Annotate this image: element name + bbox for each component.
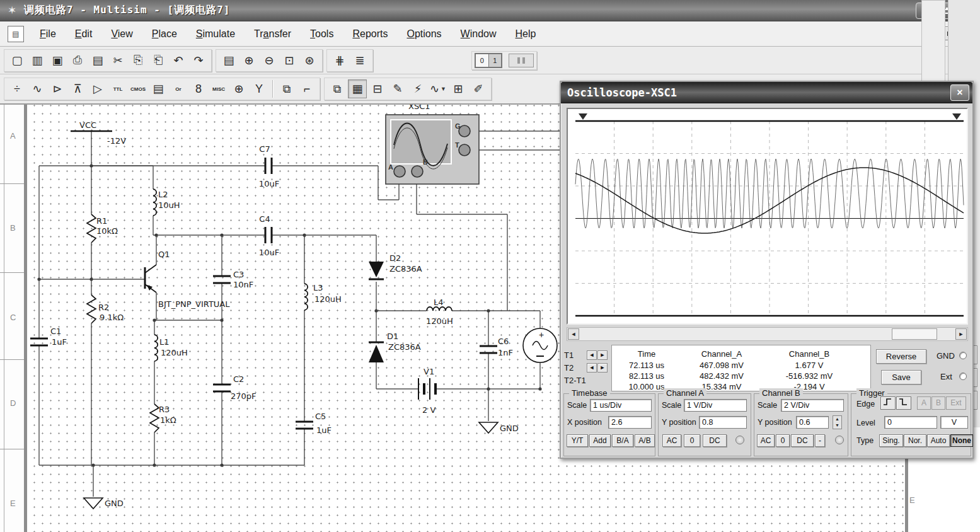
menu-reports[interactable]: Reports [343,24,397,44]
menu-edit[interactable]: Edit [66,24,102,44]
trigger-level-unit[interactable]: V [940,416,968,429]
component-R3[interactable] [150,404,159,432]
symbol-gnd[interactable] [84,498,103,509]
oscilloscope-close-button[interactable]: × [950,84,969,101]
t2-right-button[interactable]: ► [597,363,608,373]
mixed-icon[interactable]: Or [169,79,188,98]
timebase-xpos-field[interactable]: 2.6 [608,416,652,429]
channel-a-scale-field[interactable]: 1 V/Div [684,399,747,412]
menu-options[interactable]: Options [397,24,451,44]
open-file-icon[interactable]: ▥ [28,51,47,70]
hierarchy-icon[interactable]: ⧉ [328,79,347,98]
cursor-t2-marker[interactable] [952,113,961,120]
t1-left-button[interactable]: ◄ [587,350,597,360]
hscroll-right-arrow[interactable]: ► [955,328,967,340]
project-bar-icon[interactable]: ⋕ [330,51,349,70]
symbol-acsource[interactable]: + [523,328,557,362]
print-preview-icon[interactable]: ▤ [88,51,107,70]
sources-icon[interactable]: ÷ [8,79,26,98]
cmos-icon[interactable]: CMOS [129,79,147,98]
analyses-icon[interactable]: ∿▼ [429,79,447,98]
channel-b-ypos-field[interactable]: 0.6 [796,416,829,429]
diodes-icon[interactable]: ⊳ [48,79,67,98]
undo-icon[interactable]: ↶ [169,51,188,70]
postprocessor-icon[interactable]: ✐ [469,79,488,98]
simulate-icon[interactable]: ⚡ [408,79,427,98]
run-stop-switch[interactable]: 0 1 [475,53,502,68]
copy-icon[interactable]: ⎘ [129,51,147,70]
misc-digital-icon[interactable]: ▤ [149,79,168,98]
basic-icon[interactable]: ∿ [28,79,47,98]
grapher-icon[interactable]: ⊞ [449,79,468,98]
hscroll-left-arrow[interactable]: ◄ [568,328,579,340]
timebase-mode-ab[interactable]: A/B [635,434,655,447]
channel-b-coupling-dc[interactable]: DC [791,434,814,447]
component-L4[interactable] [427,307,452,311]
document-icon[interactable]: ▤ [8,26,24,42]
paste-icon[interactable]: ⎗ [149,51,168,70]
component-C5[interactable] [296,422,313,429]
new-file-icon[interactable]: ▢ [8,51,26,70]
cut-icon[interactable]: ✂ [108,51,127,70]
ttl-icon[interactable]: TTL [108,79,127,98]
gnd-radio[interactable] [959,352,967,359]
timebase-mode-add[interactable]: Add [589,434,611,447]
channel-b-coupling-ac[interactable]: AC [757,434,775,447]
pause-button[interactable] [509,54,534,67]
misc-components-icon[interactable]: MISC [209,79,228,98]
hscroll-thumb[interactable] [892,328,937,340]
channel-a-coupling-dc[interactable]: DC [703,434,727,447]
component-C7[interactable] [265,158,272,174]
bus-icon[interactable]: ⌐ [297,79,316,98]
oscilloscope-hscrollbar[interactable]: ◄ ► [567,327,968,341]
transistors-icon[interactable]: ⊼ [68,79,87,98]
print-icon[interactable]: ⎙ [68,51,87,70]
component-D2[interactable] [369,262,384,279]
menu-file[interactable]: File [30,24,66,44]
channel-a-coupling-0[interactable]: 0 [684,434,700,447]
channel-a-ypos-field[interactable]: 0.8 [699,416,747,429]
component-C6[interactable] [480,346,497,353]
t1-right-button[interactable]: ► [597,350,608,360]
component-D1[interactable] [369,342,384,362]
zoom-out-icon[interactable]: ⊖ [260,51,279,70]
component-V1[interactable] [418,378,435,400]
component-C1[interactable] [30,338,48,345]
channel-b-ypos-spinner[interactable]: ▲▼ [833,415,842,429]
component-C2[interactable] [213,385,231,391]
menu-simulate[interactable]: Simulate [187,24,245,44]
trigger-rising-edge-button[interactable] [880,396,896,410]
component-Q1[interactable] [145,265,156,292]
trigger-type-sing[interactable]: Sing. [879,434,903,447]
component-L2[interactable] [153,189,156,216]
channel-a-coupling-ac[interactable]: AC [662,434,681,447]
timebase-mode-ba[interactable]: B/A [612,434,633,447]
database-icon[interactable]: ⊟ [368,79,387,98]
trigger-type-auto[interactable]: Auto [927,434,950,447]
menu-transfer[interactable]: Transfer [245,24,301,44]
component-R2[interactable] [87,295,96,323]
component-wizard-icon[interactable]: ✎ [388,79,407,98]
menu-place[interactable]: Place [142,24,187,44]
trigger-source-a[interactable]: A [917,396,931,410]
zoom-full-icon[interactable]: ⊛ [300,51,319,70]
component-C3[interactable] [213,276,231,283]
t2-left-button[interactable]: ◄ [587,363,597,373]
trigger-type-nor[interactable]: Nor. [904,434,926,447]
in-use-list-icon[interactable]: ▤ [219,51,238,70]
trigger-source-b[interactable]: B [931,396,945,410]
save-icon[interactable]: ▣ [48,51,67,70]
oscilloscope-titlebar[interactable]: Oscilloscope-XSC1 × [561,82,972,103]
save-button[interactable]: Save [881,370,921,385]
electromechanical-icon[interactable]: Y [250,79,268,98]
trigger-source-ext[interactable]: Ext [946,396,966,410]
hierarchical-block-icon[interactable]: ⧉ [277,79,296,98]
trigger-level-field[interactable]: 0 [884,416,937,429]
channel-b-knob[interactable] [835,436,844,444]
menu-window[interactable]: Window [451,24,506,44]
timebase-mode-yt[interactable]: Y/T [567,434,588,447]
zoom-in-icon[interactable]: ⊕ [239,51,258,70]
component-C4[interactable] [265,227,272,243]
channel-b-coupling-0[interactable]: 0 [776,434,790,447]
spreadsheet-bar-icon[interactable]: ≣ [350,51,369,70]
